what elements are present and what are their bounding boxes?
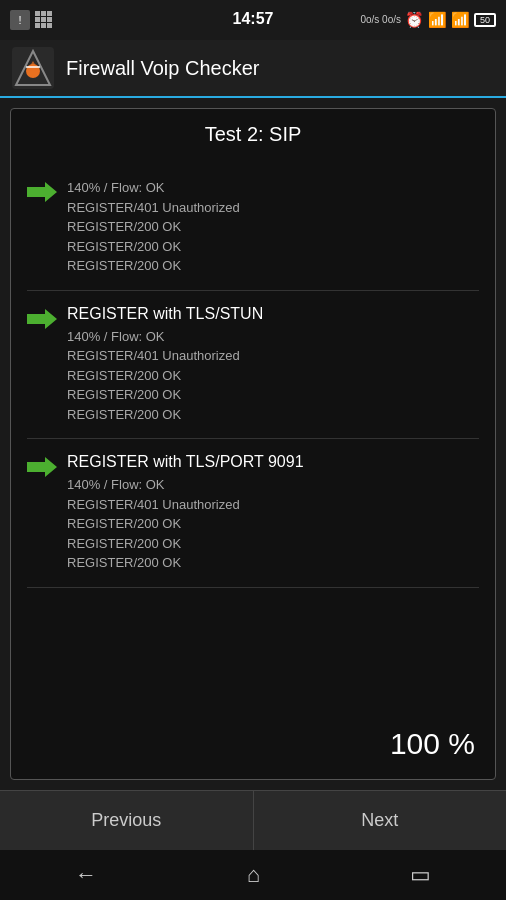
app-toolbar: Firewall Voip Checker <box>0 40 506 98</box>
section-line-3-4: REGISTER/200 OK <box>67 553 304 573</box>
section-line-3-0: 140% / Flow: OK <box>67 475 304 495</box>
sys-nav: ← ⌂ ▭ <box>0 850 506 900</box>
main-content: Test 2: SIP 140% / Flow: OK REGISTER/401… <box>0 98 506 790</box>
section-line-2-3: REGISTER/200 OK <box>67 385 263 405</box>
arrow-icon-1 <box>27 180 57 208</box>
section-line-2-2: REGISTER/200 OK <box>67 366 263 386</box>
grid-icon <box>35 11 53 29</box>
back-button[interactable]: ← <box>75 862 97 888</box>
section-heading-3: REGISTER with TLS/PORT 9091 <box>67 453 304 471</box>
arrow-icon-3 <box>27 455 57 483</box>
battery-icon: 50 <box>474 13 496 27</box>
test-section-1: 140% / Flow: OK REGISTER/401 Unauthorize… <box>27 164 479 291</box>
app-title: Firewall Voip Checker <box>66 57 259 80</box>
section-line-1-0: 140% / Flow: OK <box>67 178 240 198</box>
section-line-3-1: REGISTER/401 Unauthorized <box>67 495 304 515</box>
app-logo <box>12 47 54 89</box>
previous-button[interactable]: Previous <box>0 791 254 850</box>
section-line-2-1: REGISTER/401 Unauthorized <box>67 346 263 366</box>
svg-marker-4 <box>27 182 57 202</box>
alarm-icon: ⏰ <box>405 11 424 29</box>
section-content-3: REGISTER with TLS/PORT 9091 140% / Flow:… <box>67 453 304 573</box>
section-line-3-2: REGISTER/200 OK <box>67 514 304 534</box>
section-content-2: REGISTER with TLS/STUN 140% / Flow: OK R… <box>67 305 263 425</box>
section-content-1: 140% / Flow: OK REGISTER/401 Unauthorize… <box>67 178 240 276</box>
test-card: Test 2: SIP 140% / Flow: OK REGISTER/401… <box>10 108 496 780</box>
section-heading-2: REGISTER with TLS/STUN <box>67 305 263 323</box>
test-section-2: REGISTER with TLS/STUN 140% / Flow: OK R… <box>27 291 479 440</box>
wifi-icon: 📶 <box>428 11 447 29</box>
recents-button[interactable]: ▭ <box>410 862 431 888</box>
status-right: 0o/s 0o/s ⏰ 📶 📶 50 <box>360 11 496 29</box>
section-line-1-4: REGISTER/200 OK <box>67 256 240 276</box>
bottom-nav: Previous Next <box>0 790 506 850</box>
section-line-1-2: REGISTER/200 OK <box>67 217 240 237</box>
test-section-3: REGISTER with TLS/PORT 9091 140% / Flow:… <box>27 439 479 588</box>
arrow-icon-2 <box>27 307 57 335</box>
status-left: ! <box>10 10 53 30</box>
status-time: 14:57 <box>233 10 274 28</box>
section-line-1-3: REGISTER/200 OK <box>67 237 240 257</box>
svg-marker-6 <box>27 457 57 477</box>
home-button[interactable]: ⌂ <box>247 862 260 888</box>
test-title: Test 2: SIP <box>27 123 479 146</box>
section-line-2-0: 140% / Flow: OK <box>67 327 263 347</box>
section-line-2-4: REGISTER/200 OK <box>67 405 263 425</box>
notification-icon: ! <box>10 10 30 30</box>
net-speed: 0o/s 0o/s <box>360 14 401 26</box>
svg-marker-5 <box>27 309 57 329</box>
next-button[interactable]: Next <box>254 791 507 850</box>
percentage-display: 100 % <box>27 727 479 765</box>
status-bar: ! 14:57 0o/s 0o/s ⏰ 📶 📶 50 <box>0 0 506 40</box>
section-line-1-1: REGISTER/401 Unauthorized <box>67 198 240 218</box>
section-line-3-3: REGISTER/200 OK <box>67 534 304 554</box>
signal-icon: 📶 <box>451 11 470 29</box>
